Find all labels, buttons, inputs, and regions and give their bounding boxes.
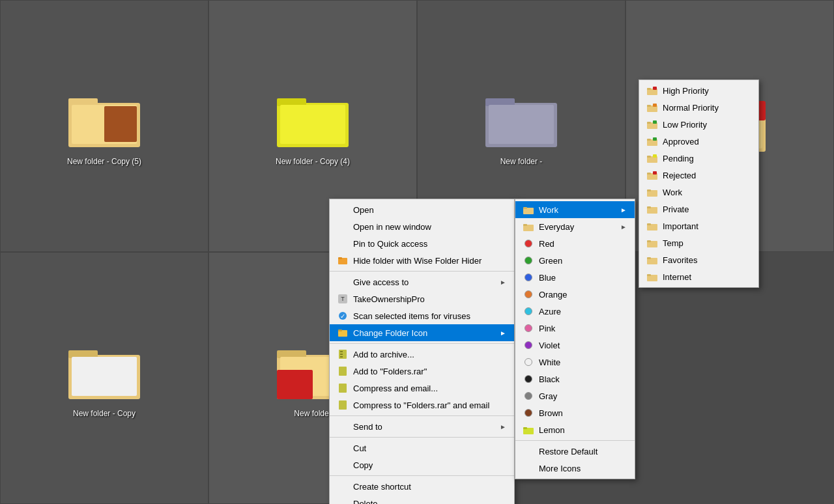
svg-rect-6 — [280, 105, 345, 144]
svg-rect-50 — [647, 122, 651, 124]
change-folder-icon-arrow: ► — [500, 329, 506, 337]
submenu2-temp[interactable]: Temp — [639, 234, 758, 251]
submenu1-green[interactable]: Green — [515, 252, 635, 269]
submenu2-low-priority-icon — [647, 119, 657, 130]
submenu1-azure[interactable]: Azure — [515, 303, 635, 320]
ctx-add-rar[interactable]: Add to "Folders.rar" — [330, 363, 514, 380]
ctx-delete[interactable]: Delete — [330, 495, 514, 504]
submenu2-work[interactable]: Work — [639, 184, 758, 201]
svg-text:✓: ✓ — [340, 313, 345, 320]
submenu2-private[interactable]: Private — [639, 201, 758, 217]
submenu2-low-priority[interactable]: Low Priority — [639, 116, 758, 133]
svg-rect-56 — [647, 156, 651, 158]
submenu2-private-icon — [647, 204, 657, 214]
submenu1-orange-dot — [523, 289, 534, 300]
ctx-cut[interactable]: Cut — [330, 440, 514, 456]
submenu1-red-dot — [523, 238, 534, 249]
submenu1-brown-dot — [523, 408, 534, 418]
ctx-scan-virus[interactable]: ✓ Scan selected items for viruses — [330, 307, 514, 324]
svg-rect-29 — [338, 329, 342, 331]
submenu1-lemon-folder-icon — [523, 425, 534, 435]
compress-email-icon — [338, 383, 348, 393]
submenu1-gray[interactable]: Gray — [515, 387, 635, 404]
create-shortcut-icon — [338, 481, 348, 492]
submenu1-brown[interactable]: Brown — [515, 404, 635, 421]
svg-rect-70 — [647, 257, 651, 259]
submenu1-blue[interactable]: Blue — [515, 269, 635, 286]
folder-label-6: New folder — [294, 409, 331, 418]
copy-icon — [338, 460, 348, 470]
svg-rect-21 — [277, 370, 313, 399]
svg-rect-42 — [523, 427, 527, 429]
open-new-window-icon — [338, 221, 348, 232]
svg-rect-23 — [338, 257, 342, 259]
submenu1-white[interactable]: White — [515, 354, 635, 371]
submenu1-work[interactable]: Work ► — [515, 201, 635, 218]
scan-icon: ✓ — [338, 311, 348, 321]
submenu1-restore-default[interactable]: Restore Default — [515, 443, 635, 460]
ctx-create-shortcut[interactable]: Create shortcut — [330, 478, 514, 495]
submenu1-work-folder-icon — [523, 204, 534, 215]
svg-rect-44 — [647, 88, 651, 90]
submenu1-orange[interactable]: Orange — [515, 286, 635, 303]
submenu2-normal-priority[interactable]: Normal Priority — [639, 99, 758, 116]
submenu1-everyday-arrow: ► — [620, 223, 627, 231]
submenu2-internet[interactable]: Internet — [639, 268, 758, 285]
ctx-give-access[interactable]: Give access to ► — [330, 273, 514, 290]
svg-rect-66 — [647, 223, 651, 225]
submenu1-white-dot — [523, 357, 534, 367]
submenu1-violet-dot — [523, 340, 534, 350]
submenu2-important[interactable]: Important — [639, 217, 758, 234]
submenu1-violet[interactable]: Violet — [515, 337, 635, 354]
folder-cell-5[interactable]: New folder - Copy — [0, 252, 208, 504]
svg-rect-31 — [340, 351, 343, 352]
ctx-pin-quick-access[interactable]: Pin to Quick access — [330, 235, 514, 252]
submenu2-important-icon — [647, 221, 657, 231]
submenu1-more-icons-icon — [523, 463, 534, 473]
ctx-copy[interactable]: Copy — [330, 456, 514, 473]
svg-rect-34 — [339, 367, 347, 376]
ctx-open[interactable]: Open — [330, 201, 514, 218]
submenu2-high-priority-icon — [647, 85, 657, 96]
folder-label-5: New folder - Copy — [73, 409, 136, 418]
submenu1-pink[interactable]: Pink — [515, 320, 635, 337]
ctx-open-new-window[interactable]: Open in new window — [330, 218, 514, 235]
folder-label-1: New folder - Copy (5) — [67, 157, 141, 166]
ctx-compress-email[interactable]: Compress and email... — [330, 380, 514, 397]
svg-rect-47 — [647, 105, 651, 107]
delete-icon — [338, 498, 348, 504]
take-ownership-icon: T — [338, 294, 348, 304]
submenu1-restore-icon — [523, 446, 534, 456]
submenu2-rejected[interactable]: Rejected — [639, 167, 758, 184]
compress-rar-email-icon — [338, 400, 348, 410]
ctx-add-archive[interactable]: Add to archive... — [330, 346, 514, 363]
separator-4 — [330, 437, 514, 438]
ctx-compress-rar-email[interactable]: Compress to "Folders.rar" and email — [330, 397, 514, 413]
cut-icon — [338, 443, 348, 453]
submenu1-black[interactable]: Black — [515, 371, 635, 387]
folder-cell-1[interactable]: New folder - Copy (5) — [0, 0, 208, 252]
submenu2-high-priority[interactable]: High Priority — [639, 82, 758, 99]
submenu1-azure-dot — [523, 306, 534, 316]
ctx-hide-folder[interactable]: Hide folder with Wise Folder Hider — [330, 252, 514, 269]
ctx-send-to[interactable]: Send to ► — [330, 418, 514, 435]
submenu1-pink-dot — [523, 323, 534, 333]
submenu1-green-dot — [523, 255, 534, 266]
submenu1-red[interactable]: Red — [515, 235, 635, 252]
submenu2-approved[interactable]: Approved — [639, 133, 758, 150]
svg-rect-32 — [340, 354, 343, 355]
submenu1-everyday-folder-icon — [523, 221, 534, 232]
folder-label-2: New folder - Copy (4) — [276, 157, 350, 166]
submenu1-lemon[interactable]: Lemon — [515, 421, 635, 438]
svg-rect-64 — [647, 206, 651, 208]
ctx-change-folder-icon[interactable]: Change Folder Icon ► — [330, 324, 514, 341]
submenu2-pending[interactable]: Pending — [639, 150, 758, 167]
submenu1-more-icons[interactable]: More Icons — [515, 460, 635, 477]
submenu2-favorites[interactable]: Favorites — [639, 251, 758, 268]
submenu1-everyday[interactable]: Everyday ► — [515, 218, 635, 235]
submenu1-work-arrow: ► — [620, 206, 627, 214]
ctx-take-ownership[interactable]: T TakeOwnershipPro — [330, 290, 514, 307]
svg-rect-40 — [523, 224, 527, 226]
svg-rect-38 — [523, 207, 527, 209]
svg-rect-48 — [653, 104, 657, 107]
